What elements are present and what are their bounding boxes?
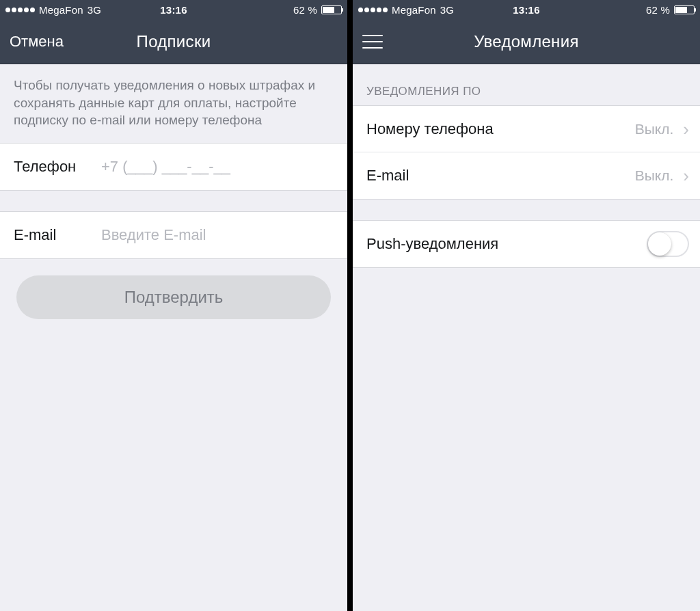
content-area: Чтобы получать уведомления о новых штраф… xyxy=(0,64,347,611)
cancel-button[interactable]: Отмена xyxy=(10,33,71,51)
network-label: 3G xyxy=(440,4,454,16)
phone-cell[interactable]: Телефон xyxy=(0,144,347,190)
clock-label: 13:16 xyxy=(160,4,187,16)
row-label: Push-уведомления xyxy=(366,235,640,253)
battery-icon xyxy=(674,5,695,14)
row-value: Выкл. xyxy=(635,167,674,184)
battery-percent: 62 % xyxy=(293,4,317,16)
signal-dots-icon xyxy=(358,8,388,12)
battery-percent: 62 % xyxy=(646,4,670,16)
notifications-group: Номеру телефона Выкл. › E-mail Выкл. › xyxy=(353,105,700,200)
row-phone-notifications[interactable]: Номеру телефона Выкл. › xyxy=(353,106,700,152)
screen-notifications: MegaFon 3G 13:16 62 % Уведомления УВЕДОМ… xyxy=(347,0,700,611)
phone-field-group: Телефон xyxy=(0,143,347,191)
carrier-label: MegaFon xyxy=(392,4,436,16)
confirm-button[interactable]: Подтвердить xyxy=(16,275,331,319)
phone-label: Телефон xyxy=(14,158,89,176)
row-label: Номеру телефона xyxy=(366,120,628,138)
screen-subscriptions: MegaFon 3G 13:16 62 % Отмена Подписки Чт… xyxy=(0,0,347,611)
status-bar: MegaFon 3G 13:16 62 % xyxy=(353,0,700,19)
row-email-notifications[interactable]: E-mail Выкл. › xyxy=(353,152,700,199)
push-toggle[interactable] xyxy=(647,231,689,257)
email-label: E-mail xyxy=(14,226,89,244)
content-area: УВЕДОМЛЕНИЯ ПО Номеру телефона Выкл. › E… xyxy=(353,64,700,611)
page-title: Подписки xyxy=(137,32,211,51)
page-title: Уведомления xyxy=(474,32,578,51)
chevron-right-icon: › xyxy=(680,120,689,138)
phone-input[interactable] xyxy=(101,158,334,176)
row-value: Выкл. xyxy=(635,121,674,137)
clock-label: 13:16 xyxy=(513,4,539,16)
network-label: 3G xyxy=(88,4,101,16)
push-group: Push-уведомления xyxy=(353,220,700,268)
toggle-knob-icon xyxy=(648,232,671,256)
nav-bar: Уведомления xyxy=(353,19,700,64)
intro-text: Чтобы получать уведомления о новых штраф… xyxy=(0,64,347,143)
menu-icon[interactable] xyxy=(362,35,383,49)
status-bar: MegaFon 3G 13:16 62 % xyxy=(0,0,347,19)
signal-dots-icon xyxy=(5,8,35,12)
row-label: E-mail xyxy=(366,167,628,185)
carrier-label: MegaFon xyxy=(39,4,83,16)
battery-icon xyxy=(321,5,342,14)
section-header: УВЕДОМЛЕНИЯ ПО xyxy=(353,64,700,105)
chevron-right-icon: › xyxy=(680,167,689,185)
email-input[interactable] xyxy=(101,226,334,244)
email-field-group: E-mail xyxy=(0,211,347,259)
row-push-notifications: Push-уведомления xyxy=(353,221,700,267)
email-cell[interactable]: E-mail xyxy=(0,212,347,258)
nav-bar: Отмена Подписки xyxy=(0,19,347,64)
